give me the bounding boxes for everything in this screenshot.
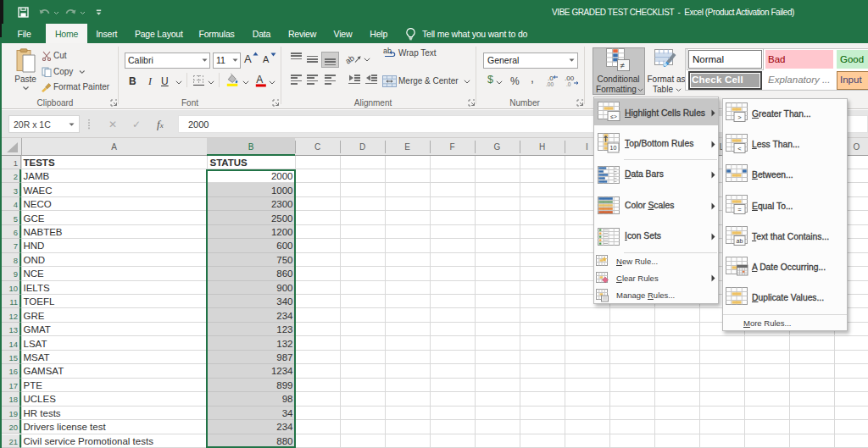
svg-text:<: < [737,144,742,152]
svg-text:≤>: ≤> [610,113,617,119]
svg-text:≠: ≠ [620,61,626,70]
svg-text:.0: .0 [566,81,571,87]
svg-text:ab: ab [345,53,356,66]
svg-text:10: 10 [610,145,617,151]
svg-text:>: > [737,113,742,121]
svg-text:ab: ab [737,237,743,243]
svg-text:=: = [737,206,742,213]
svg-text:A: A [256,74,263,86]
svg-text:ab: ab [383,47,392,55]
svg-text:.00: .00 [546,81,554,87]
